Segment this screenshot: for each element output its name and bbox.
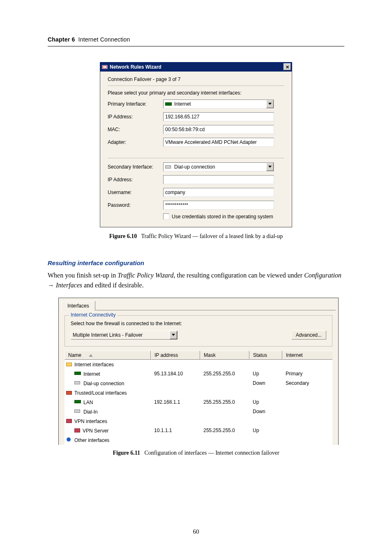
password-field[interactable]: ************ [163, 201, 274, 210]
table-row[interactable]: Trusted/Local interfaces [65, 388, 332, 398]
nic-icon [165, 102, 172, 106]
row-mask [200, 417, 249, 425]
col-status[interactable]: Status [249, 351, 282, 360]
internet-connectivity-group: Internet Connectivity Select how the fir… [65, 315, 332, 347]
primary-adapter-label: Adapter: [108, 139, 163, 145]
username-value: company [165, 190, 185, 195]
figure-6-11-caption: Figure 6.11 Configuration of interfaces … [48, 450, 344, 456]
row-ip [151, 361, 200, 368]
section-title: Resulting interface configuration [48, 259, 344, 266]
row-mask: 255.255.255.0 [200, 370, 249, 378]
para-arrow: → [48, 282, 56, 289]
group-legend: Internet Connectivity [69, 312, 117, 318]
table-row[interactable]: Dial-up connectionDownSecondary [65, 379, 332, 388]
modem-icon [74, 409, 81, 414]
secondary-interface-label: Secondary Interface: [108, 164, 163, 170]
para-em-interfaces: Interfaces [56, 282, 82, 289]
row-internet [282, 408, 332, 416]
row-name: Other interfaces [74, 437, 109, 443]
row-internet [282, 436, 332, 444]
row-ip [151, 417, 200, 425]
para-pre: When you finish set-up in [48, 272, 118, 279]
use-os-credentials-label: Use credentials stored in the operating … [172, 214, 273, 220]
vpn-icon [74, 428, 80, 432]
chevron-down-icon[interactable] [266, 100, 274, 108]
secondary-interface-combo[interactable]: Dial-up connection [163, 162, 274, 171]
figure-6-10-caption: Figure 6.10 Traffic Policy Wizard — fail… [48, 233, 344, 240]
folder-icon [66, 361, 72, 366]
username-field[interactable]: company [163, 188, 274, 197]
primary-adapter-field[interactable]: VMware Accelerated AMD PCNet Adapter [163, 138, 274, 147]
row-internet [282, 427, 332, 435]
vpn-icon [66, 418, 72, 423]
row-internet [282, 398, 332, 406]
primary-ip-value: 192.168.65.127 [165, 114, 199, 120]
table-row[interactable]: VPN Server10.1.1.1255.255.255.0Up [65, 426, 332, 435]
primary-mac-label: MAC: [108, 127, 163, 132]
secondary-ip-field[interactable] [163, 175, 274, 184]
col-internet[interactable]: Internet [282, 351, 332, 360]
col-ip[interactable]: IP address [151, 351, 200, 360]
row-status [249, 389, 282, 397]
table-header: Name IP address Mask Status Internet [65, 351, 332, 360]
primary-mac-value: 00:50:56:b8:79:cd [165, 127, 205, 132]
sort-asc-icon [89, 354, 93, 357]
table-row[interactable]: Dial-InDown [65, 407, 332, 416]
row-name: VPN Server [83, 428, 108, 434]
para-em-wizard: Traffic Policy Wizard [118, 272, 173, 279]
modem-icon [74, 380, 81, 385]
connectivity-mode-value: Multiple Internet Links - Failover [73, 332, 143, 338]
table-row[interactable]: Other interfaces [65, 435, 332, 445]
row-internet [282, 361, 332, 368]
row-mask [200, 436, 249, 444]
row-ip [151, 389, 200, 397]
para-mid: , the resulting configuration can be vie… [174, 272, 304, 279]
row-status: Up [249, 370, 282, 378]
primary-interface-combo[interactable]: Internet [163, 99, 274, 109]
table-row[interactable]: LAN192.168.1.1255.255.255.0Up [65, 398, 332, 407]
titlebar: Network Rules Wizard ✕ [100, 62, 292, 72]
window-title: Network Rules Wizard [110, 64, 284, 70]
table-row[interactable]: VPN interfaces [65, 416, 332, 426]
interfaces-table: Name IP address Mask Status Internet Int… [65, 351, 332, 445]
svg-marker-2 [268, 103, 272, 105]
use-os-credentials-checkbox[interactable] [163, 213, 169, 220]
row-internet [282, 389, 332, 397]
secondary-pass-label: Password: [108, 202, 163, 208]
row-mask [200, 379, 249, 387]
row-name: Trusted/Local interfaces [74, 390, 127, 396]
secondary-user-label: Username: [108, 190, 163, 195]
row-ip: 10.1.1.1 [151, 427, 200, 435]
chevron-down-icon[interactable] [266, 163, 274, 171]
primary-mac-field[interactable]: 00:50:56:b8:79:cd [163, 125, 274, 134]
password-value: ************ [165, 202, 188, 208]
tab-interfaces[interactable]: Interfaces [61, 301, 95, 310]
primary-ip-field[interactable]: 192.168.65.127 [163, 112, 274, 121]
para-post: and edited if desirable. [82, 282, 144, 289]
table-row[interactable]: Internet interfaces [65, 360, 332, 369]
advanced-button[interactable]: Advanced... [291, 331, 326, 340]
chapter-label: Chapter 6 [48, 36, 75, 43]
table-row[interactable]: Internet95.13.184.10255.255.255.0UpPrima… [65, 369, 332, 379]
row-mask [200, 408, 249, 416]
row-status: Up [249, 427, 282, 435]
row-internet [282, 417, 332, 425]
trusted-icon [66, 390, 72, 395]
row-mask: 255.255.255.0 [200, 427, 249, 435]
figure-6-11-text: Configuration of interfaces — Internet c… [145, 450, 279, 456]
page-number: 60 [0, 528, 392, 535]
connectivity-mode-combo[interactable]: Multiple Internet Links - Failover [71, 331, 178, 340]
row-name: Internet interfaces [74, 362, 114, 368]
modem-icon [165, 164, 172, 169]
row-name: Internet [83, 371, 100, 377]
close-button[interactable]: ✕ [284, 63, 291, 70]
row-status [249, 436, 282, 444]
col-mask[interactable]: Mask [200, 351, 249, 360]
app-icon [102, 64, 108, 70]
col-name[interactable]: Name [65, 351, 151, 360]
secondary-interface-value: Dial-up connection [174, 164, 215, 170]
row-internet: Secondary [282, 379, 332, 387]
chevron-down-icon[interactable] [170, 331, 177, 339]
body-paragraph: When you finish set-up in Traffic Policy… [48, 271, 344, 290]
instruction-text: Please select your primary and secondary… [108, 90, 284, 96]
